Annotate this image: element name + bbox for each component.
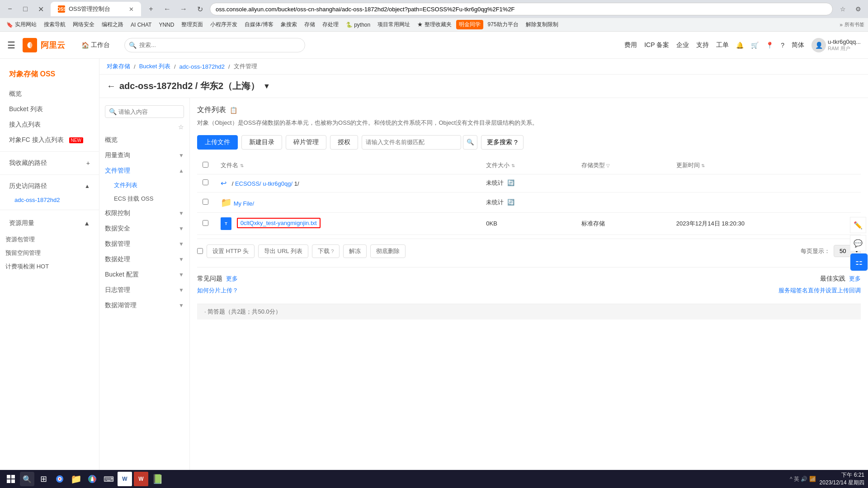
row-folder-refresh-icon[interactable]: 🔄 [507,199,514,206]
panel-item-data-process[interactable]: 数据处理 ▼ [99,252,189,267]
taskbar-browser-icon[interactable] [52,472,67,486]
faq-more-link[interactable]: 更多 [226,275,238,283]
nav-jianfan[interactable]: 简体 [792,41,804,49]
bottom-select-checkbox[interactable] [197,248,203,254]
panel-item-log-mgmt[interactable]: 日志管理 ▼ [99,282,189,298]
taskbar-terminal-icon[interactable]: ⌨ [101,472,116,486]
txt-file-name-link[interactable]: 0cltQxky_test-yangmignjin.txt [237,218,321,228]
nav-feiyong[interactable]: 费用 [624,41,637,49]
bookmark-zimeiti[interactable]: 自媒体/博客 [242,20,276,29]
upload-file-btn[interactable]: 上传文件 [197,135,238,150]
reload-btn[interactable]: ↻ [193,3,206,15]
taskbar-widgets-btn[interactable]: ⊞ [36,472,51,486]
panel-search-input[interactable] [118,108,180,115]
minimize-btn[interactable]: − [4,3,16,15]
parent-path-link-ecsoss[interactable]: ECSOSS/ [235,180,261,187]
filename-sort-icon[interactable]: ⇅ [240,163,244,168]
new-tab-btn[interactable]: + [145,3,157,15]
float-apps-btn[interactable]: ⚏ [850,253,868,271]
add-favorite-btn[interactable]: + [86,160,90,167]
bookmark-chuli[interactable]: 存处理 [320,20,341,29]
taskbar-clock[interactable]: 下午 6:21 2023/12/14 星期四 [820,471,864,487]
panel-item-access-ctrl[interactable]: 权限控制 ▼ [99,206,189,221]
bookmark-975[interactable]: 975助力平台 [485,20,521,29]
delete-btn[interactable]: 彻底删除 [370,244,406,258]
resource-sub-yuliu[interactable]: 预留空间管理 [0,246,99,260]
taskbar-search-btn[interactable]: 🔍 [20,472,34,486]
tab-close-btn[interactable]: ✕ [129,6,134,13]
bookmark-sousuodaohang[interactable]: 搜索导航 [41,20,68,29]
bookmark-xiangmu[interactable]: 项目常用网址 [375,20,413,29]
panel-item-usage[interactable]: 用量查询 ▼ [99,148,189,163]
float-edit-btn[interactable]: ✏️ [850,217,866,233]
region-dropdown-btn[interactable]: ▼ [263,82,270,90]
resource-sub-ziyuanbao[interactable]: 资源包管理 [0,233,99,246]
taskbar-wps-icon[interactable]: W [134,472,148,486]
bookmark-ynnd[interactable]: YNND [156,21,177,29]
address-bar[interactable] [210,3,833,15]
row-file-checkbox[interactable] [203,220,208,226]
nav-gongdan[interactable]: 工单 [716,41,729,49]
panel-item-overview[interactable]: 概览 [99,132,189,148]
bookmark-xiangsousuo[interactable]: 象搜索 [278,20,300,29]
bookmark-zhengliyemian[interactable]: 整理页面 [179,20,206,29]
sidebar-item-fc-access[interactable]: 对象FC 接入点列表 NEW [0,132,99,148]
sidebar-item-overview[interactable]: 概览 [0,86,99,102]
taskbar-word-icon[interactable]: W [118,472,132,486]
back-btn[interactable]: ← [161,3,174,15]
nav-icon3[interactable]: 📍 [766,42,774,49]
bookmark-chucun[interactable]: 存储 [302,20,318,29]
file-list-edit-icon[interactable]: 📋 [230,107,237,114]
workbench-nav-item[interactable]: 🏠 工作台 [76,39,115,51]
forward-btn[interactable]: → [177,3,190,15]
updated-sort-icon[interactable]: ⇅ [701,163,705,168]
parent-path-link-utkr[interactable]: u-tkr6g0qg/ [263,180,292,187]
history-header[interactable]: 历史访问路径 ▲ [0,178,99,194]
row-parent-checkbox[interactable] [203,179,208,185]
nav-icon1[interactable]: 🔔 [736,42,744,49]
extensions-btn[interactable]: ⚙ [852,3,864,15]
nav-icon2[interactable]: 🛒 [751,42,759,49]
bookmark-jiechufuzhi[interactable]: 解除复制限制 [523,20,561,29]
hamburger-menu-btn[interactable]: ☰ [7,40,15,51]
filename-search-btn[interactable]: 🔍 [463,135,477,150]
panel-item-datalake[interactable]: 数据湖管理 ▼ [99,298,189,313]
best-practice-link[interactable]: 服务端签名直传并设置上传回调 [529,286,861,295]
nav-enterprise[interactable]: 企业 [676,41,689,49]
bookmark-mingjin[interactable]: 明金同学 [456,20,483,29]
export-url-btn[interactable]: 导出 URL 列表 [258,244,308,258]
sidebar-item-access-point[interactable]: 接入点列表 [0,117,99,132]
panel-item-data-mgmt[interactable]: 数据管理 ▼ [99,236,189,252]
filesize-sort-icon[interactable]: ⇅ [511,163,515,168]
row-parent-refresh-icon[interactable]: 🔄 [507,179,514,186]
nav-search-input[interactable] [124,38,305,52]
history-expand-icon[interactable]: ▲ [85,183,90,189]
bookmark-zhenglishoucangjia[interactable]: ★ 整理收藏夹 [415,20,454,29]
new-dir-btn[interactable]: 新建目录 [241,135,282,150]
bookmark-shiyong[interactable]: 🔖 实用网站 [4,20,39,29]
restore-btn[interactable]: □ [19,3,32,15]
breadcrumb-oss[interactable]: 对象存储 [107,62,130,70]
taskbar-start-btn[interactable] [4,472,18,486]
download-btn[interactable]: 下载 ? [312,244,340,258]
sidebar-item-bucket-list[interactable]: Bucket 列表 [0,102,99,117]
nav-support[interactable]: 支持 [696,41,709,49]
faq-link-1[interactable]: 如何分片上传？ [197,286,529,295]
user-profile-area[interactable]: 👤 u-tkr6g0qq... RAM 用户 [811,38,861,52]
resource-sub-jifeijianc[interactable]: 计费项检测 HOT [0,260,99,273]
auth-btn[interactable]: 授权 [330,135,358,150]
breadcrumb-bucket-name[interactable]: adc-oss-1872hd2 [179,63,225,70]
storage-filter-icon[interactable]: ▽ [606,163,610,168]
select-all-checkbox[interactable] [203,162,208,168]
bookmark-star-btn[interactable]: ☆ [836,3,849,15]
uncompress-btn[interactable]: 解冻 [343,244,367,258]
panel-star-btn[interactable]: ☆ [178,123,184,131]
nav-help[interactable]: ? [781,42,784,49]
bookmark-xcx[interactable]: 小程序开发 [208,20,240,29]
panel-item-file-mgmt[interactable]: 文件管理 ▲ [99,163,189,178]
breadcrumb-bucket-list[interactable]: Bucket 列表 [139,62,170,70]
favorites-header[interactable]: 我收藏的路径 + [0,155,99,171]
fragments-btn[interactable]: 碎片管理 [286,135,326,150]
nav-icp[interactable]: ICP 备案 [644,41,669,49]
back-arrow-btn[interactable]: ← [107,81,116,91]
